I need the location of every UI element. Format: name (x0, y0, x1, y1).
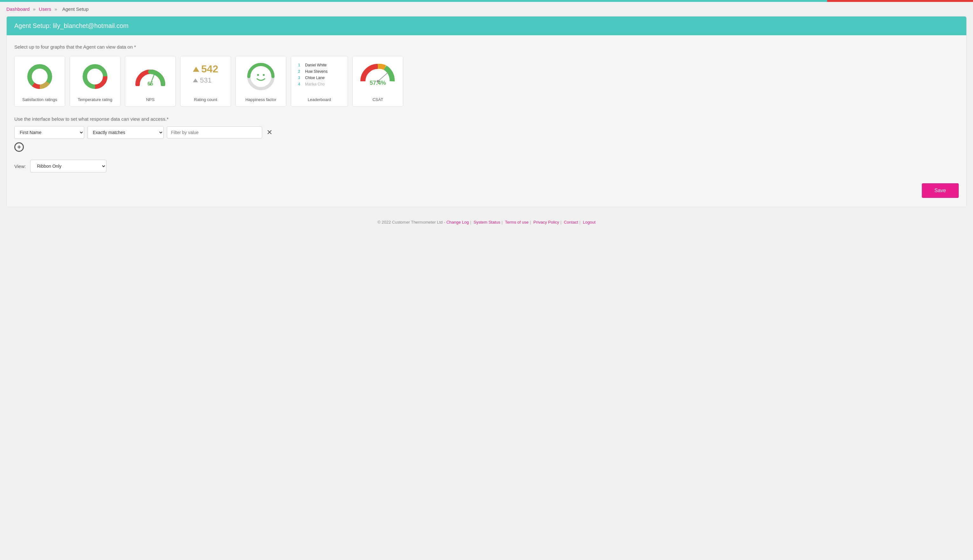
temperature-title: Temperature rating (78, 97, 112, 102)
graph-card-happiness[interactable]: Happiness factor (235, 56, 286, 107)
footer-termsofuse[interactable]: Terms of use (505, 220, 529, 225)
svg-point-11 (252, 68, 270, 85)
graph-card-ratingcount[interactable]: 542 531 Rating count (180, 56, 231, 107)
svg-point-3 (33, 70, 47, 83)
save-row: Save (14, 180, 959, 198)
view-section: View: Ribbon Only Full Dashboard Summary… (14, 160, 959, 172)
graph-card-nps[interactable]: 65 NPS (125, 56, 176, 107)
csat-value: 57.4% (370, 80, 386, 87)
graph-card-temperature[interactable]: Temperature rating (70, 56, 120, 107)
rating-count-display: 542 531 (190, 61, 220, 87)
breadcrumb-dashboard[interactable]: Dashboard (7, 7, 30, 12)
leaderboard-title: Leaderboard (308, 97, 331, 102)
card-header: Agent Setup: lily_blanchet@hotmail.com (7, 17, 966, 35)
svg-point-6 (88, 70, 102, 83)
card-body: Select up to four graphs that the Agent … (7, 35, 966, 207)
svg-point-12 (257, 74, 259, 76)
ratingcount-title: Rating count (194, 97, 217, 102)
page-title: Agent Setup: lily_blanchet@hotmail.com (14, 22, 959, 30)
view-select[interactable]: Ribbon Only Full Dashboard Summary Only (30, 160, 107, 172)
graphs-grid: Satisfaction ratings Temperature rating (14, 56, 959, 107)
leaderboard-row-2: 2 Huw Stevens (298, 68, 340, 75)
triangle-up-big (193, 67, 199, 72)
nps-chart: 65 (134, 61, 166, 92)
leaderboard-display: 1 Daniel White 2 Huw Stevens 3 Chloe Lan… (295, 61, 343, 88)
svg-point-13 (263, 74, 265, 76)
rating-count-big-value: 542 (201, 63, 218, 75)
footer-changelog[interactable]: Change Log (446, 220, 469, 225)
happiness-chart (245, 61, 277, 92)
field-select[interactable]: First Name Last Name Email Department (14, 126, 84, 139)
leaderboard-row-4: 4 Marika Cho (298, 81, 340, 87)
add-filter-button[interactable]: + (14, 142, 25, 152)
interface-section: Use the interface below to set what resp… (14, 116, 959, 152)
leaderboard-row-1: 1 Daniel White (298, 62, 340, 68)
temperature-chart (79, 61, 111, 92)
footer-contact[interactable]: Contact (564, 220, 578, 225)
nps-title: NPS (146, 97, 155, 102)
rating-count-small-value: 531 (200, 76, 212, 85)
graph-card-csat[interactable]: 57.4% CSAT (352, 56, 403, 107)
footer-systemstatus[interactable]: System Status (474, 220, 501, 225)
remove-filter-button[interactable]: ✕ (265, 128, 274, 137)
triangle-up-small (193, 78, 198, 82)
footer: © 2022 Customer Thermometer Ltd - Change… (0, 213, 973, 231)
satisfaction-title: Satisfaction ratings (22, 97, 57, 102)
leaderboard-row-3: 3 Chloe Lane (298, 75, 340, 81)
main-card: Agent Setup: lily_blanchet@hotmail.com S… (7, 16, 966, 207)
breadcrumb: Dashboard » Users » Agent Setup (0, 2, 973, 16)
view-label: View: (14, 163, 26, 169)
footer-privacypolicy[interactable]: Privacy Policy (534, 220, 559, 225)
breadcrumb-users[interactable]: Users (39, 7, 51, 12)
filter-value-input[interactable] (167, 127, 262, 138)
svg-text:65: 65 (147, 81, 153, 86)
graph-card-satisfaction[interactable]: Satisfaction ratings (14, 56, 65, 107)
filter-row: First Name Last Name Email Department Ex… (14, 126, 959, 139)
footer-copy: © 2022 Customer Thermometer Ltd - (377, 220, 445, 225)
csat-title: CSAT (372, 97, 383, 102)
breadcrumb-current: Agent Setup (62, 7, 88, 12)
csat-display: 57.4% (360, 61, 395, 87)
interface-label: Use the interface below to set what resp… (14, 116, 959, 122)
condition-select[interactable]: Exactly matches Contains Starts with End… (87, 126, 164, 139)
save-button[interactable]: Save (922, 183, 959, 198)
add-filter-icon: + (14, 142, 24, 152)
happiness-title: Happiness factor (245, 97, 277, 102)
footer-logout[interactable]: Logout (583, 220, 596, 225)
graphs-label: Select up to four graphs that the Agent … (14, 44, 959, 50)
graph-card-leaderboard[interactable]: 1 Daniel White 2 Huw Stevens 3 Chloe Lan… (291, 56, 348, 107)
satisfaction-chart (24, 61, 56, 92)
